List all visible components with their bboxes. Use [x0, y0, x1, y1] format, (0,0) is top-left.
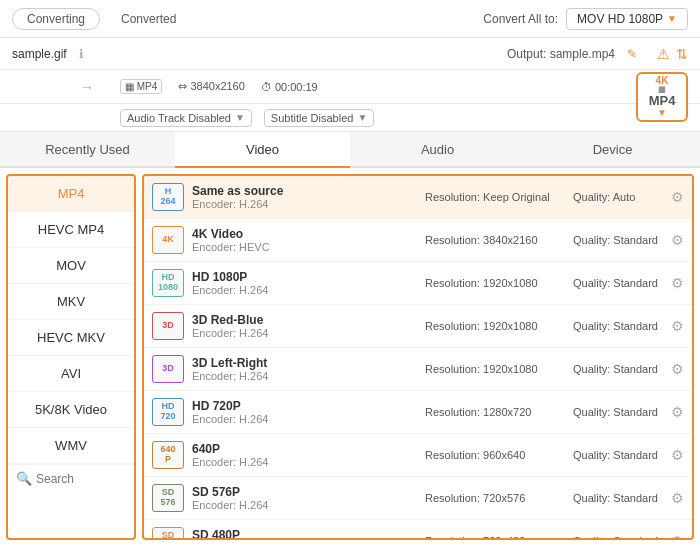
tabs-row: Recently Used Video Audio Device	[0, 132, 700, 168]
format-badge-res: ⇔ 3840x2160	[178, 80, 245, 93]
format-item-name: HD 1080P	[192, 270, 417, 284]
arrow-right-icon: →	[80, 79, 94, 95]
duration-value: ⏱ 00:00:19	[261, 81, 318, 93]
format-item-encoder: Encoder: HEVC	[192, 241, 417, 253]
format-item-settings-icon[interactable]: ⚙	[671, 275, 684, 291]
format-item-quality: Quality: Standard	[573, 363, 663, 375]
format-item-icon: SD480	[152, 527, 184, 540]
format-item-icon: 3D	[152, 355, 184, 383]
audio-track-label: Audio Track Disabled	[127, 112, 231, 124]
format-item[interactable]: 4K 4K Video Encoder: HEVC Resolution: 38…	[144, 219, 692, 262]
format-badge-mp4: ▦ MP4	[120, 79, 162, 94]
convert-all-button[interactable]: MOV HD 1080P ▼	[566, 8, 688, 30]
sidebar-item-mp4[interactable]: MP4	[8, 176, 134, 212]
format-item-info: SD 576P Encoder: H.264	[192, 485, 417, 511]
format-item[interactable]: 3D 3D Left-Right Encoder: H.264 Resoluti…	[144, 348, 692, 391]
format-item-icon: 4K	[152, 226, 184, 254]
subtitle-track-label: Subtitle Disabled	[271, 112, 354, 124]
format-item-quality: Quality: Standard	[573, 234, 663, 246]
format-item-settings-icon[interactable]: ⚙	[671, 318, 684, 334]
tab-recently-used[interactable]: Recently Used	[0, 132, 175, 168]
format-badge-dur: ⏱ 00:00:19	[261, 81, 318, 93]
format-item-resolution: Resolution: 1920x1080	[425, 277, 565, 289]
search-input[interactable]	[36, 472, 116, 486]
sidebar-item-hevc-mp4[interactable]: HEVC MP4	[8, 212, 134, 248]
format-item-info: 3D Red-Blue Encoder: H.264	[192, 313, 417, 339]
edit-icon[interactable]: ✎	[627, 47, 637, 61]
format-item[interactable]: HD720 HD 720P Encoder: H.264 Resolution:…	[144, 391, 692, 434]
format-item-settings-icon[interactable]: ⚙	[671, 361, 684, 377]
subtitle-track-arrow-icon: ▼	[357, 112, 367, 123]
format-item-settings-icon[interactable]: ⚙	[671, 404, 684, 420]
format-item-settings-icon[interactable]: ⚙	[671, 232, 684, 248]
sidebar-item-mov[interactable]: MOV	[8, 248, 134, 284]
format-item[interactable]: H264 Same as source Encoder: H.264 Resol…	[144, 176, 692, 219]
format-item-quality: Quality: Standard	[573, 406, 663, 418]
format-item-info: 4K Video Encoder: HEVC	[192, 227, 417, 253]
format-item[interactable]: SD480 SD 480P Encoder: H.264 Resolution:…	[144, 520, 692, 540]
format-item-settings-icon[interactable]: ⚙	[671, 189, 684, 205]
converted-tab[interactable]: Converted	[106, 8, 191, 30]
format-item[interactable]: 640P 640P Encoder: H.264 Resolution: 960…	[144, 434, 692, 477]
tab-video[interactable]: Video	[175, 132, 350, 168]
format-item-info: HD 720P Encoder: H.264	[192, 399, 417, 425]
swap-icon[interactable]: ⇅	[676, 46, 688, 62]
format-item-name: SD 576P	[192, 485, 417, 499]
format-item-quality: Quality: Standard	[573, 277, 663, 289]
sidebar-item-hevc-mkv[interactable]: HEVC MKV	[8, 320, 134, 356]
format-item-encoder: Encoder: H.264	[192, 456, 417, 468]
format-item-resolution: Resolution: 3840x2160	[425, 234, 565, 246]
format-item-resolution: Resolution: Keep Original	[425, 191, 565, 203]
subtitle-track-select[interactable]: Subtitle Disabled ▼	[264, 109, 374, 127]
sidebar-item-mkv[interactable]: MKV	[8, 284, 134, 320]
convert-all-label: Convert All to:	[483, 12, 558, 26]
format-panel: MP4HEVC MP4MOVMKVHEVC MKVAVI5K/8K VideoW…	[0, 168, 700, 546]
action-icons: ⚠ ⇅	[657, 46, 688, 62]
format-item-icon: H264	[152, 183, 184, 211]
format-item-settings-icon[interactable]: ⚙	[671, 447, 684, 463]
warning-icon[interactable]: ⚠	[657, 46, 670, 62]
resolution-value: ⇔ 3840x2160	[178, 80, 245, 93]
format-item-settings-icon[interactable]: ⚙	[671, 533, 684, 540]
format-item[interactable]: SD576 SD 576P Encoder: H.264 Resolution:…	[144, 477, 692, 520]
format-item-info: SD 480P Encoder: H.264	[192, 528, 417, 540]
format-item-quality: Quality: Standard	[573, 449, 663, 461]
format-item-encoder: Encoder: H.264	[192, 327, 417, 339]
converting-tab[interactable]: Converting	[12, 8, 100, 30]
format-item-quality: Quality: Standard	[573, 492, 663, 504]
format-item-settings-icon[interactable]: ⚙	[671, 490, 684, 506]
format-item-name: HD 720P	[192, 399, 417, 413]
tab-group: Converting Converted	[12, 8, 191, 30]
format-item-resolution: Resolution: 720x480	[425, 535, 565, 540]
format-item-icon: SD576	[152, 484, 184, 512]
output-label: Output: sample.mp4	[507, 47, 615, 61]
track-row: Audio Track Disabled ▼ Subtitle Disabled…	[0, 104, 700, 132]
format-item-name: 4K Video	[192, 227, 417, 241]
format-item-resolution: Resolution: 960x640	[425, 449, 565, 461]
badge-arrow-icon: ▼	[657, 107, 667, 118]
file-info-row: sample.gif ℹ Output: sample.mp4 ✎ ⚠ ⇅	[0, 38, 700, 70]
sidebar-item-avi[interactable]: AVI	[8, 356, 134, 392]
format-details: ▦ MP4 ⇔ 3840x2160 ⏱ 00:00:19	[120, 79, 688, 94]
format-item-info: HD 1080P Encoder: H.264	[192, 270, 417, 296]
audio-track-select[interactable]: Audio Track Disabled ▼	[120, 109, 252, 127]
badge-mp4-label: ▦ MP4	[649, 86, 676, 107]
tab-device[interactable]: Device	[525, 132, 700, 168]
format-item-quality: Quality: Standard	[573, 320, 663, 332]
format-4k-badge[interactable]: 4K ▦ MP4 ▼	[636, 72, 688, 122]
info-icon[interactable]: ℹ	[79, 47, 84, 61]
format-sidebar: MP4HEVC MP4MOVMKVHEVC MKVAVI5K/8K VideoW…	[6, 174, 136, 540]
format-icon: ▦ MP4	[120, 79, 162, 94]
sidebar-items-list: MP4HEVC MP4MOVMKVHEVC MKVAVI5K/8K VideoW…	[8, 176, 134, 464]
sidebar-item-5k/8k-video[interactable]: 5K/8K Video	[8, 392, 134, 428]
format-item-icon: HD1080	[152, 269, 184, 297]
tab-audio[interactable]: Audio	[350, 132, 525, 168]
format-item[interactable]: HD1080 HD 1080P Encoder: H.264 Resolutio…	[144, 262, 692, 305]
sidebar-item-wmv[interactable]: WMV	[8, 428, 134, 464]
format-item-encoder: Encoder: H.264	[192, 198, 417, 210]
format-item-info: 640P Encoder: H.264	[192, 442, 417, 468]
format-item-encoder: Encoder: H.264	[192, 370, 417, 382]
format-item-name: 3D Red-Blue	[192, 313, 417, 327]
search-icon: 🔍	[16, 471, 32, 486]
format-item[interactable]: 3D 3D Red-Blue Encoder: H.264 Resolution…	[144, 305, 692, 348]
